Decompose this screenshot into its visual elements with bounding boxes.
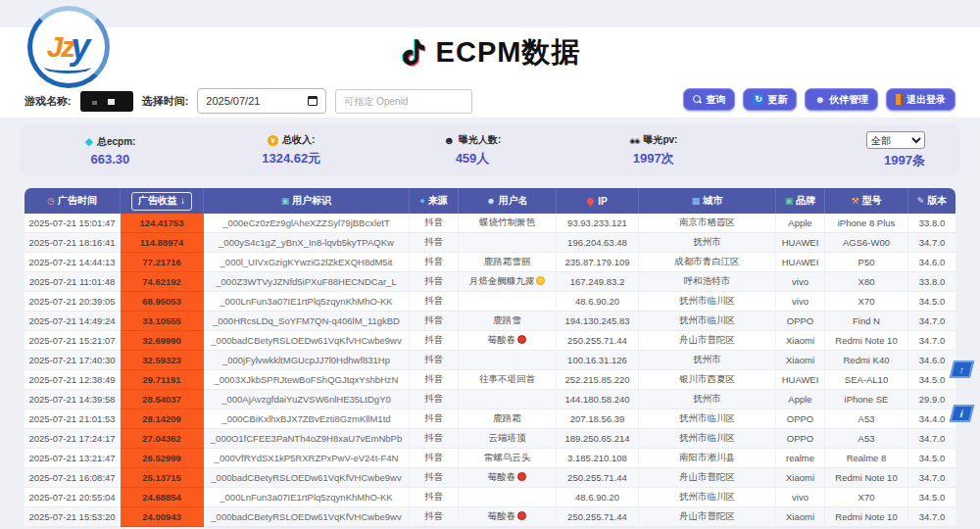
partner-manage-button[interactable]: ☻ 伙伴管理 [805,88,878,111]
column-header-3: ▣用户标识 [204,188,410,214]
cell-revenue: 25.13715 [121,468,204,488]
column-header-5: ☻用户名 [459,188,557,214]
openid-input[interactable] [335,89,472,114]
strawberry-emoji [517,472,526,481]
cell-source: 抖音 [410,292,459,312]
time-label: 选择时间: [142,94,189,109]
cell-uid: _000LnFun3a07IE1rtPlq5zqynKhMhO-KK [204,488,410,507]
table-row: 2025-07-21 14:44:1377.21716_000l_UIVxGzi… [24,253,956,272]
game-name-value-redacted [80,91,133,112]
query-button[interactable]: 查询 [683,88,735,111]
stats-bar: ◆ 总ecpm: 663.30 ¥ 总收入: 1324.62元 ☻ 曝光人数: … [20,124,960,176]
cell-user: 鹿踏霜 [459,409,557,429]
cell-ip: 167.249.83.2 [557,272,639,292]
column-header-6: IP [557,188,639,214]
cell-uid: _000yS4c1gZ_yBnX_In8-lqvb5kyTPAQKw [204,233,410,253]
cell-version: 34.5.0 [908,292,956,312]
table-row: 2025-07-21 15:53:2024.00943_000badCBetyR… [24,507,956,527]
cell-revenue: 33.10555 [121,312,204,331]
column-header-10: ✎版本 [908,188,956,214]
cell-city: 舟山市普陀区 [639,468,776,488]
cell-uid: _000VfRYdSX1kP5RXRZPxPwV-eV24t-F4N [204,449,410,468]
cell-city: 抚州市临川区 [639,312,776,331]
table-row: 2025-07-21 20:55:0424.68854_000LnFun3a07… [24,488,956,507]
cell-uid: _000AjAvzgfdaiYuZVSW6nlHE35LtDgY0 [204,390,410,409]
cell-city: 抚州市 [639,390,776,409]
cell-time: 2025-07-21 11:01:48 [24,272,121,292]
cell-time: 2025-07-21 12:38:49 [24,370,121,390]
stat-total-revenue: ¥ 总收入: 1324.62元 [201,124,382,176]
cell-user [459,292,557,312]
cell-version: 34.5.0 [908,488,956,507]
eyes-icon: ◉◉ [629,137,639,144]
logout-icon [896,94,903,105]
table-row: 2025-07-21 12:38:4929.71191_0003XJkbSPRJ… [24,370,956,390]
cell-revenue: 77.21716 [121,253,204,272]
strawberry-emoji [517,511,526,520]
cell-city: 南阳市淅川县 [639,449,776,468]
record-count: 1997条 [884,152,925,169]
cell-version: 33.8.0 [908,214,956,233]
table-row: 2025-07-21 21:01:5328.14209_000CBiKxlhxB… [24,409,956,429]
cell-source: 抖音 [410,429,459,449]
source-icon: ● [419,196,424,206]
cell-version: 34.7.0 [908,429,956,449]
cell-brand: HUAWEI [776,253,825,272]
back-to-top-button[interactable]: ↑ [950,361,974,378]
cell-ip: 235.87.179.109 [557,253,639,272]
stat-total-ecpm: ◆ 总ecpm: 663.30 [20,124,201,176]
cell-version: 34.7.0 [908,507,956,527]
cell-source: 抖音 [410,272,459,292]
cell-model: X70 [825,488,908,507]
cell-uid: _0003XJkbSPRJtewBoFShQGJtqxYshbHzN [204,370,410,390]
logout-button[interactable]: 退出登录 [886,88,956,111]
cell-version: 29.9.0 [908,390,956,409]
cell-time: 2025-07-21 21:01:53 [24,409,121,429]
cell-ip: 48.6.90.20 [557,488,639,507]
tiktok-note-icon [400,36,429,70]
table-row: 2025-07-21 13:21:4726.52999_000VfRYdSX1k… [24,449,956,468]
cell-user [459,390,557,409]
date-input[interactable]: 2025/07/21 [197,88,326,114]
partner-icon: ☻ [814,95,825,105]
cell-user [459,351,557,370]
cell-version: 34.5.0 [908,370,956,390]
cell-version: 34.7.0 [908,468,956,488]
cell-user: 莓酸春 [459,468,557,488]
cell-user: 雷螺乌云头 [459,449,557,468]
stat-value: 459人 [456,150,490,168]
refresh-button[interactable]: ↻ 更新 [743,88,797,111]
cell-source: 抖音 [410,233,459,253]
cell-source: 抖音 [410,488,459,507]
cell-model: Redmi Note 10 [825,468,908,488]
cell-brand: Apple [776,390,825,409]
cell-revenue: 74.62192 [121,272,204,292]
cell-brand: vivo [776,292,825,312]
sort-control[interactable]: 广告收益 ↓ [131,192,192,211]
cell-model: X80 [825,272,908,292]
cell-ip: 250.255.71.44 [557,507,639,527]
scope-select[interactable]: 全部 [866,131,925,149]
column-header-2[interactable]: 广告收益 ↓ [121,188,204,214]
money-icon: ¥ [268,135,278,146]
stat-filter: 全部 1997条 [744,124,960,176]
cell-brand: HUAWEI [776,370,825,390]
cell-uid: _000HRcsLDq_SoYFM7QN-q406lM_11gkBD [204,312,410,331]
cell-source: 抖音 [410,253,459,272]
cell-ip: 196.204.63.48 [557,233,639,253]
cell-revenue: 26.52999 [121,449,204,468]
cell-ip: 189.250.65.214 [557,429,639,449]
cell-brand: OPPO [776,312,825,331]
cell-revenue: 28.54037 [121,390,204,409]
table-row: 2025-07-21 16:08:4725.13715_000badCBetyR… [24,468,956,488]
stat-exposure-users: ☻ 曝光人数: 459人 [382,124,564,176]
cell-brand: Xiaomi [776,351,825,370]
cell-time: 2025-07-21 14:49:24 [24,312,121,331]
cell-brand: vivo [776,272,825,292]
info-badge-button[interactable]: i [950,405,974,422]
stat-label: 曝光人数: [459,133,501,147]
cell-time: 2025-07-21 16:08:47 [24,468,121,488]
cell-uid: _000badCBetyRSLOEDw61VqKfVHCwbe9wv [204,507,410,527]
city-icon: ▦ [692,196,701,206]
clock-icon: ◷ [47,196,55,206]
